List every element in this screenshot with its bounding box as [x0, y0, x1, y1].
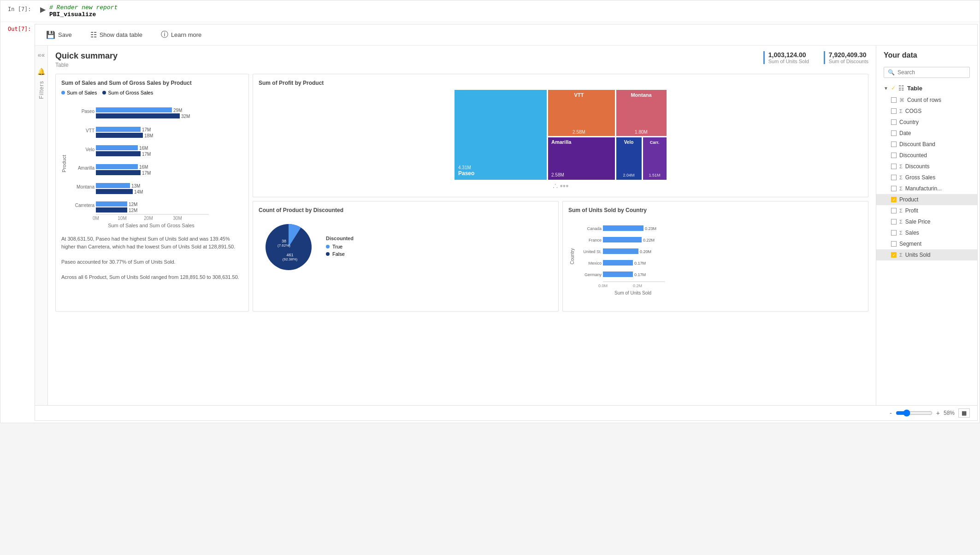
search-input[interactable] [897, 69, 967, 76]
chart-drag-handle[interactable]: ∴ ••• [259, 181, 862, 191]
report-title-section: Quick summary Table [55, 51, 118, 68]
item-label-units-sold: Units Sold [905, 252, 931, 258]
checkbox-gross-sales[interactable] [891, 175, 897, 180]
svg-text:12M: 12M [129, 208, 137, 213]
show-data-table-label: Show data table [100, 31, 142, 38]
svg-text:16M: 16M [139, 146, 148, 151]
item-date[interactable]: Date [876, 128, 977, 139]
svg-text:Amarilla: Amarilla [78, 165, 95, 171]
pie-chart-svg: 38 (7.62%) 461 (92.38%) [259, 217, 319, 277]
item-product[interactable]: ✓ Product [876, 194, 977, 205]
item-cogs[interactable]: Σ COGS [876, 106, 977, 117]
panel-header: Your data [876, 46, 977, 63]
insight-line1: At 308,631.50, Paseo had the highest Sum… [61, 235, 243, 250]
svg-text:0M: 0M [93, 216, 99, 221]
item-label-product: Product [899, 196, 918, 203]
checkbox-units-sold[interactable]: ✓ [891, 252, 897, 258]
pie-legend-title: Discounted [326, 236, 354, 241]
item-manufacturing[interactable]: Σ Manufacturin... [876, 183, 977, 194]
item-sale-price[interactable]: Σ Sale Price [876, 216, 977, 227]
fit-view-button[interactable]: ▦ [958, 408, 970, 418]
checkbox-sales[interactable] [891, 230, 897, 236]
zoom-minus-button[interactable]: - [890, 409, 892, 417]
item-label-segment: Segment [899, 241, 921, 247]
item-gross-sales[interactable]: Σ Gross Sales [876, 172, 977, 183]
checkbox-date[interactable] [891, 130, 897, 136]
item-sales[interactable]: Σ Sales [876, 227, 977, 238]
svg-text:Paseo: Paseo [82, 109, 95, 114]
checkbox-country[interactable] [891, 119, 897, 125]
svg-text:0.22M: 0.22M [643, 238, 655, 242]
stat-discounts-label: Sum of Discounts [829, 59, 868, 64]
svg-text:Velo: Velo [86, 147, 95, 152]
pie-false-dot [326, 252, 330, 256]
svg-rect-24 [96, 189, 133, 194]
item-country[interactable]: Country [876, 117, 977, 128]
svg-text:0.17M: 0.17M [634, 261, 646, 266]
legend-sales-dot [61, 91, 65, 94]
svg-text:13M: 13M [131, 183, 140, 189]
svg-text:4.31M: 4.31M [458, 165, 471, 170]
item-label-gross-sales: Gross Sales [905, 174, 935, 181]
svg-text:1.51M: 1.51M [649, 173, 660, 177]
code-comment: # Render new report [49, 4, 118, 11]
checkbox-count-of-rows[interactable] [891, 97, 897, 103]
checkbox-discounts[interactable] [891, 164, 897, 169]
checkmark-units-sold: ✓ [892, 253, 896, 257]
table-group-header[interactable]: ▼ ✓ ☷ Table [876, 82, 977, 94]
item-segment[interactable]: Segment [876, 238, 977, 249]
svg-rect-14 [96, 151, 141, 156]
zoom-slider[interactable] [896, 409, 933, 417]
checkbox-segment[interactable] [891, 241, 897, 247]
item-count-of-rows[interactable]: ⌘ Count of rows [876, 94, 977, 106]
svg-text:17M: 17M [142, 127, 151, 132]
svg-text:20M: 20M [144, 216, 153, 221]
svg-text:Sum of Sales and Sum of Gross : Sum of Sales and Sum of Gross Sales [108, 223, 195, 228]
learn-more-button[interactable]: ⓘ Learn more [157, 28, 205, 41]
show-data-table-button[interactable]: ☷ Show data table [87, 29, 146, 41]
svg-text:16M: 16M [139, 165, 148, 170]
stat-units-sold-label: Sum of Units Sold [768, 59, 809, 64]
svg-text:0.17M: 0.17M [634, 272, 646, 277]
bar-chart-svg: Product Paseo 29M 32M VTT [61, 99, 227, 228]
legend-sales-label: Sum of Sales [67, 90, 97, 95]
checkbox-cogs[interactable] [891, 108, 897, 114]
item-profit[interactable]: Σ Profit [876, 205, 977, 216]
save-button[interactable]: 💾 Save [42, 29, 76, 41]
country-chart-title: Sum of Units Sold by Country [568, 207, 862, 213]
item-sigma-discounts: Σ [899, 164, 903, 169]
search-icon: 🔍 [888, 69, 895, 76]
item-label-discounted: Discounted [899, 152, 927, 159]
zoom-plus-button[interactable]: + [936, 409, 940, 417]
svg-rect-2 [96, 107, 172, 112]
item-label-count-of-rows: Count of rows [907, 97, 941, 103]
search-box[interactable]: 🔍 [884, 67, 970, 78]
pie-legend-false: False [326, 251, 354, 257]
svg-text:United St.: United St. [583, 249, 602, 254]
svg-text:32M: 32M [181, 114, 190, 119]
checkbox-profit[interactable] [891, 208, 897, 213]
filter-bell-icon[interactable]: 🔔 [37, 68, 45, 75]
item-discount-band[interactable]: Discount Band [876, 139, 977, 150]
checkbox-product[interactable]: ✓ [891, 197, 897, 202]
expand-icon: ▼ [884, 86, 888, 91]
item-discounted[interactable]: Discounted [876, 150, 977, 161]
checkbox-manufacturing[interactable] [891, 186, 897, 191]
svg-text:2.58M: 2.58M [551, 172, 564, 177]
collapse-button[interactable]: «« [36, 46, 47, 64]
table-icon: ☷ [90, 30, 97, 39]
svg-rect-27 [96, 201, 127, 207]
right-panel: Your data 🔍 ▼ ✓ ☷ Table [876, 46, 977, 405]
item-discounts[interactable]: Σ Discounts [876, 161, 977, 172]
checkbox-discounted[interactable] [891, 153, 897, 158]
filter-side: «« 🔔 Filters [35, 46, 48, 405]
checkbox-sale-price[interactable] [891, 219, 897, 224]
item-units-sold[interactable]: ✓ Σ Units Sold [876, 249, 977, 260]
report-header: Quick summary Table 1,003,124.00 Sum of … [55, 51, 868, 68]
run-button[interactable]: ▶ [40, 4, 46, 14]
pie-legend: Discounted True False [326, 236, 354, 259]
pie-true-dot [326, 245, 330, 248]
checkbox-discount-band[interactable] [891, 142, 897, 147]
pie-chart-box: Count of Product by Discounted [253, 201, 559, 312]
svg-rect-12 [96, 145, 138, 150]
